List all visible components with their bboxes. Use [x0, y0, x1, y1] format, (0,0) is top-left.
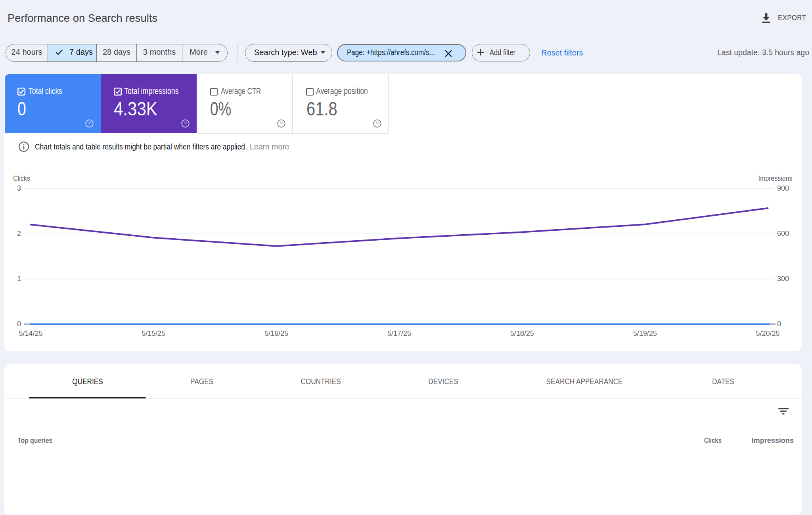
svg-text:?: ?: [88, 121, 91, 126]
svg-text:?: ?: [184, 121, 187, 126]
svg-text:?: ?: [280, 121, 282, 126]
svg-text:?: ?: [375, 121, 378, 126]
